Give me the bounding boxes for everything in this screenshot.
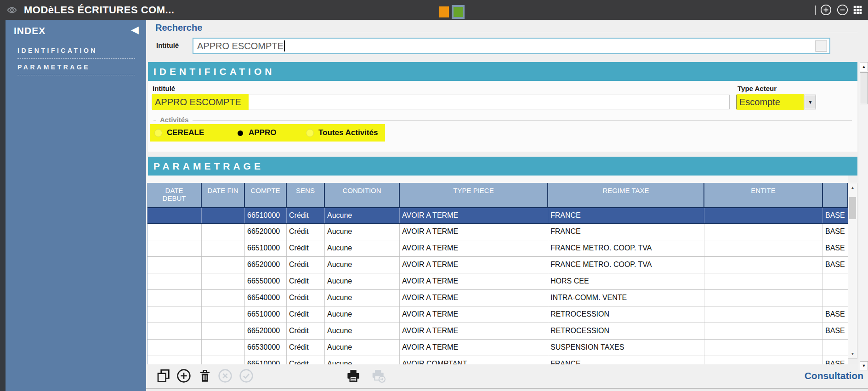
table-row[interactable]: 66520000CréditAucuneAVOIR A TERMEFRANCE … xyxy=(148,257,848,273)
table-cell: Crédit xyxy=(287,340,325,356)
window-title: MODèLES ÉCRITURES COM... xyxy=(24,0,174,20)
sidebar-item-parametrage[interactable]: PARAMETRAGE xyxy=(17,62,135,75)
page-scrollbar[interactable]: ▲ ▼ xyxy=(859,62,868,370)
eye-icon[interactable] xyxy=(6,5,17,16)
radio-selected-icon[interactable] xyxy=(236,129,244,137)
table-row[interactable]: 66510000CréditAucuneAVOIR COMPTANTFRANCE… xyxy=(148,356,848,364)
table-cell: Aucune xyxy=(325,340,400,356)
table-row[interactable]: 66550000CréditAucuneAVOIR A TERMEHORS CE… xyxy=(148,273,848,290)
table-cell: 66520000 xyxy=(245,257,287,273)
table-cell: Crédit xyxy=(287,273,325,289)
radio-option-label: CEREALE xyxy=(167,128,204,137)
table-cell: BASE xyxy=(823,356,848,364)
table-cell: AVOIR A TERME xyxy=(400,290,548,306)
collapse-sidebar-icon[interactable]: ◀ xyxy=(131,24,139,35)
table-cell xyxy=(704,340,823,356)
table-cell xyxy=(202,323,245,339)
table-cell xyxy=(202,290,245,306)
sidebar-item-identification[interactable]: IDENTIFICATION xyxy=(17,45,135,59)
table-cell: 66510000 xyxy=(245,356,287,364)
table-cell: Aucune xyxy=(325,273,400,289)
table-cell xyxy=(823,340,848,356)
column-header-entite[interactable]: ENTITE xyxy=(704,183,823,207)
search-group-title: Recherche xyxy=(153,23,208,33)
column-header-regime-taxe[interactable]: REGIME TAXE xyxy=(548,183,704,207)
zoom-in-icon[interactable] xyxy=(820,4,832,16)
table-row[interactable]: 66520000CréditAucuneAVOIR A TERMERETROCE… xyxy=(148,323,848,340)
table-cell: SUSPENSION TAXES xyxy=(548,340,704,356)
column-header-date-debut[interactable]: DATE DEBUT xyxy=(148,183,202,207)
identification-panel: Intitulé APPRO ESCOMPTE Type Acteur Esco… xyxy=(148,81,857,152)
column-header-extra[interactable] xyxy=(823,183,848,207)
activites-group-border xyxy=(153,120,852,121)
search-lookup-button[interactable] xyxy=(815,40,827,51)
intitule-input[interactable]: APPRO ESCOMPTE xyxy=(152,95,730,109)
table-row[interactable]: 66540000CréditAucuneAVOIR A TERMEINTRA-C… xyxy=(148,290,848,306)
table-row[interactable]: 66530000CréditAucuneAVOIR A TERMESUSPENS… xyxy=(148,340,848,356)
orange-status-square[interactable] xyxy=(439,6,449,17)
mode-status-label: Consultation xyxy=(805,370,863,381)
table-cell: AVOIR A TERME xyxy=(400,323,548,339)
radio-option-appro[interactable]: APPRO xyxy=(236,124,276,142)
dropdown-button[interactable]: ▼ xyxy=(805,95,816,109)
sidebar-items: IDENTIFICATIONPARAMETRAGE xyxy=(6,45,146,78)
table-cell xyxy=(148,340,202,356)
table-cell: AVOIR A TERME xyxy=(400,340,548,356)
table-cell: Aucune xyxy=(325,208,400,223)
table-row[interactable]: 66510000CréditAucuneAVOIR A TERMEFRANCEB… xyxy=(148,207,848,224)
table-cell xyxy=(148,290,202,306)
text-cursor xyxy=(284,40,285,51)
scroll-down-icon[interactable]: ▼ xyxy=(848,350,857,358)
table-cell: BASE xyxy=(823,224,848,240)
table-cell: Crédit xyxy=(287,257,325,273)
duplicate-icon[interactable] xyxy=(156,368,171,383)
search-group-border xyxy=(152,32,857,32)
table-row[interactable]: 66520000CréditAucuneAVOIR A TERMEFRANCEB… xyxy=(148,224,848,240)
title-bar: MODèLES ÉCRITURES COM... xyxy=(0,0,868,20)
print-icon[interactable] xyxy=(346,368,361,383)
green-status-square[interactable] xyxy=(452,5,465,19)
table-cell xyxy=(148,273,202,289)
table-scrollbar[interactable]: ▲ ▼ xyxy=(848,183,857,359)
table-cell: Aucune xyxy=(325,257,400,273)
search-input[interactable]: APPRO ESCOMPTE xyxy=(193,38,830,54)
apps-grid-icon[interactable] xyxy=(853,5,862,15)
main-content: Recherche Intitulé APPRO ESCOMPTE IDENTI… xyxy=(146,20,868,391)
table-row[interactable]: 66510000CréditAucuneAVOIR A TERMEFRANCE … xyxy=(148,240,848,257)
page-scroll-up-icon[interactable]: ▲ xyxy=(860,62,868,71)
titlebar-separator xyxy=(815,6,816,15)
radio-unselected-icon[interactable] xyxy=(154,129,162,137)
scroll-up-icon[interactable]: ▲ xyxy=(848,183,857,192)
table-cell xyxy=(148,224,202,240)
table-cell xyxy=(704,257,823,273)
table-top-strip xyxy=(147,176,848,183)
delete-icon[interactable] xyxy=(198,368,212,383)
column-header-sens[interactable]: SENS xyxy=(287,183,325,207)
table-cell xyxy=(704,323,823,339)
add-icon[interactable] xyxy=(176,368,191,383)
table-cell: 66520000 xyxy=(245,323,287,339)
zoom-out-icon[interactable] xyxy=(836,4,849,16)
radio-option-cereale[interactable]: CEREALE xyxy=(154,124,204,142)
type-acteur-select[interactable]: Escompte ▼ xyxy=(736,95,816,109)
table-cell xyxy=(704,306,823,323)
table-cell: 66510000 xyxy=(245,306,287,323)
column-header-date-fin[interactable]: DATE FIN xyxy=(202,183,245,207)
radio-option-toutes-activit-s[interactable]: Toutes Activités xyxy=(306,124,378,142)
radio-option-label: APPRO xyxy=(249,128,276,137)
parametrage-table: DATE DEBUTDATE FINCOMPTESENSCONDITIONTYP… xyxy=(147,183,848,364)
column-header-condition[interactable]: CONDITION xyxy=(325,183,400,207)
column-header-compte[interactable]: COMPTE xyxy=(245,183,287,207)
table-cell: 66540000 xyxy=(245,290,287,306)
activites-legend: Activités xyxy=(156,116,193,124)
radio-unselected-icon[interactable] xyxy=(306,129,314,137)
table-cell: 66520000 xyxy=(245,224,287,240)
column-header-type-piece[interactable]: TYPE PIECE xyxy=(400,183,548,207)
page-scroll-down-icon[interactable]: ▼ xyxy=(860,361,868,370)
table-cell: BASE xyxy=(823,257,848,273)
table-scrollbar-thumb[interactable] xyxy=(849,197,856,219)
page-scrollbar-thumb[interactable] xyxy=(860,72,868,104)
table-cell: 66510000 xyxy=(245,208,287,223)
table-row[interactable]: 66510000CréditAucuneAVOIR A TERMERETROCE… xyxy=(148,306,848,323)
table-cell: AVOIR A TERME xyxy=(400,208,548,223)
